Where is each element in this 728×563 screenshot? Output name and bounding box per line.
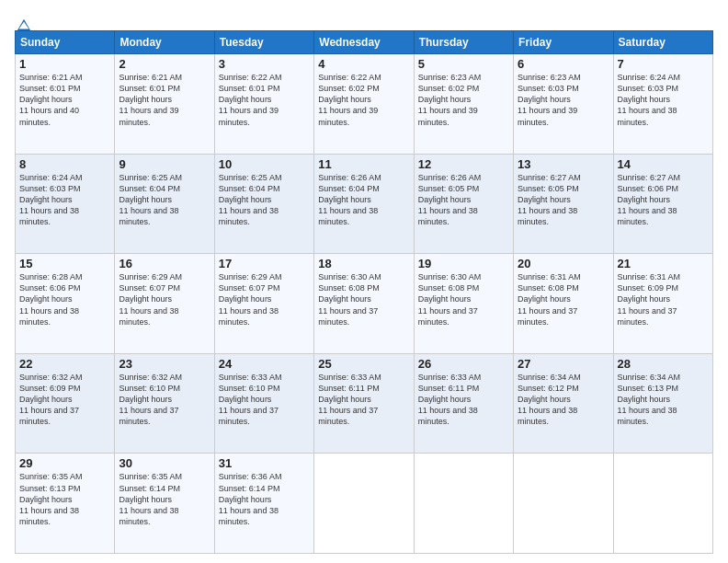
calendar-cell: 15Sunrise: 6:28 AMSunset: 6:06 PMDayligh… bbox=[16, 254, 115, 354]
calendar-cell: 28Sunrise: 6:34 AMSunset: 6:13 PMDayligh… bbox=[613, 353, 712, 454]
day-number: 24 bbox=[219, 357, 310, 371]
calendar-cell: 5Sunrise: 6:23 AMSunset: 6:02 PMDaylight… bbox=[414, 54, 513, 155]
calendar-cell: 23Sunrise: 6:32 AMSunset: 6:10 PMDayligh… bbox=[115, 353, 214, 454]
day-number: 12 bbox=[418, 157, 509, 171]
calendar-week-3: 15Sunrise: 6:28 AMSunset: 6:06 PMDayligh… bbox=[16, 254, 713, 354]
cell-info: Sunrise: 6:34 AMSunset: 6:13 PMDaylight … bbox=[618, 373, 681, 427]
cell-info: Sunrise: 6:28 AMSunset: 6:06 PMDaylight … bbox=[19, 272, 83, 327]
calendar-cell: 1Sunrise: 6:21 AMSunset: 6:01 PMDaylight… bbox=[16, 54, 115, 155]
cell-info: Sunrise: 6:33 AMSunset: 6:10 PMDaylight … bbox=[219, 373, 282, 427]
day-number: 27 bbox=[518, 357, 609, 371]
day-number: 30 bbox=[119, 456, 210, 470]
calendar-week-2: 8Sunrise: 6:24 AMSunset: 6:03 PMDaylight… bbox=[16, 154, 713, 254]
day-number: 19 bbox=[418, 257, 509, 270]
calendar-header-tuesday: Tuesday bbox=[214, 31, 313, 54]
cell-info: Sunrise: 6:32 AMSunset: 6:10 PMDaylight … bbox=[119, 373, 182, 427]
cell-info: Sunrise: 6:29 AMSunset: 6:07 PMDaylight … bbox=[219, 272, 282, 327]
day-number: 15 bbox=[19, 257, 110, 270]
calendar-cell: 29Sunrise: 6:35 AMSunset: 6:13 PMDayligh… bbox=[16, 454, 115, 554]
cell-info: Sunrise: 6:27 AMSunset: 6:05 PMDaylight … bbox=[518, 173, 581, 227]
calendar-cell: 11Sunrise: 6:26 AMSunset: 6:04 PMDayligh… bbox=[314, 154, 414, 254]
calendar-cell: 13Sunrise: 6:27 AMSunset: 6:05 PMDayligh… bbox=[514, 154, 613, 254]
day-number: 9 bbox=[119, 157, 210, 171]
calendar-cell bbox=[414, 454, 513, 554]
calendar-table: SundayMondayTuesdayWednesdayThursdayFrid… bbox=[15, 30, 713, 554]
calendar-cell: 19Sunrise: 6:30 AMSunset: 6:08 PMDayligh… bbox=[414, 254, 513, 354]
day-number: 4 bbox=[318, 57, 409, 71]
calendar-cell: 17Sunrise: 6:29 AMSunset: 6:07 PMDayligh… bbox=[214, 254, 313, 354]
cell-info: Sunrise: 6:29 AMSunset: 6:07 PMDaylight … bbox=[119, 272, 182, 327]
calendar-header-saturday: Saturday bbox=[613, 31, 712, 54]
calendar-week-5: 29Sunrise: 6:35 AMSunset: 6:13 PMDayligh… bbox=[16, 454, 713, 554]
day-number: 28 bbox=[618, 357, 709, 371]
cell-info: Sunrise: 6:26 AMSunset: 6:04 PMDaylight … bbox=[318, 173, 381, 227]
day-number: 10 bbox=[219, 157, 310, 171]
calendar-header-row: SundayMondayTuesdayWednesdayThursdayFrid… bbox=[16, 31, 713, 54]
title-block bbox=[32, 11, 713, 13]
calendar-cell: 9Sunrise: 6:25 AMSunset: 6:04 PMDaylight… bbox=[115, 154, 214, 254]
day-number: 26 bbox=[418, 357, 509, 371]
calendar-cell: 22Sunrise: 6:32 AMSunset: 6:09 PMDayligh… bbox=[16, 353, 115, 454]
day-number: 22 bbox=[19, 357, 110, 371]
calendar-cell: 6Sunrise: 6:23 AMSunset: 6:03 PMDaylight… bbox=[514, 54, 613, 155]
day-number: 7 bbox=[618, 57, 709, 71]
calendar-cell: 30Sunrise: 6:35 AMSunset: 6:14 PMDayligh… bbox=[115, 454, 214, 554]
cell-info: Sunrise: 6:36 AMSunset: 6:14 PMDaylight … bbox=[219, 472, 282, 526]
calendar-cell: 31Sunrise: 6:36 AMSunset: 6:14 PMDayligh… bbox=[214, 454, 313, 554]
day-number: 16 bbox=[119, 257, 210, 270]
cell-info: Sunrise: 6:33 AMSunset: 6:11 PMDaylight … bbox=[318, 373, 381, 427]
calendar-cell: 18Sunrise: 6:30 AMSunset: 6:08 PMDayligh… bbox=[314, 254, 414, 354]
day-number: 2 bbox=[119, 57, 210, 71]
cell-info: Sunrise: 6:32 AMSunset: 6:09 PMDaylight … bbox=[19, 373, 83, 427]
day-number: 20 bbox=[518, 257, 609, 270]
cell-info: Sunrise: 6:23 AMSunset: 6:03 PMDaylight … bbox=[518, 73, 581, 127]
cell-info: Sunrise: 6:30 AMSunset: 6:08 PMDaylight … bbox=[418, 272, 482, 327]
cell-info: Sunrise: 6:22 AMSunset: 6:01 PMDaylight … bbox=[219, 73, 282, 127]
cell-info: Sunrise: 6:21 AMSunset: 6:01 PMDaylight … bbox=[119, 73, 182, 127]
calendar-cell: 8Sunrise: 6:24 AMSunset: 6:03 PMDaylight… bbox=[16, 154, 115, 254]
calendar-week-4: 22Sunrise: 6:32 AMSunset: 6:09 PMDayligh… bbox=[16, 353, 713, 454]
cell-info: Sunrise: 6:25 AMSunset: 6:04 PMDaylight … bbox=[119, 173, 182, 227]
calendar-cell: 14Sunrise: 6:27 AMSunset: 6:06 PMDayligh… bbox=[613, 154, 712, 254]
calendar-cell: 3Sunrise: 6:22 AMSunset: 6:01 PMDaylight… bbox=[214, 54, 313, 155]
calendar-header-thursday: Thursday bbox=[414, 31, 513, 54]
day-number: 29 bbox=[19, 456, 110, 470]
calendar-header-wednesday: Wednesday bbox=[314, 31, 414, 54]
calendar-cell: 2Sunrise: 6:21 AMSunset: 6:01 PMDaylight… bbox=[115, 54, 214, 155]
calendar-cell: 26Sunrise: 6:33 AMSunset: 6:11 PMDayligh… bbox=[414, 353, 513, 454]
day-number: 31 bbox=[219, 456, 310, 470]
day-number: 25 bbox=[318, 357, 409, 371]
cell-info: Sunrise: 6:33 AMSunset: 6:11 PMDaylight … bbox=[418, 373, 482, 427]
cell-info: Sunrise: 6:27 AMSunset: 6:06 PMDaylight … bbox=[618, 173, 681, 227]
cell-info: Sunrise: 6:30 AMSunset: 6:08 PMDaylight … bbox=[318, 272, 381, 327]
cell-info: Sunrise: 6:24 AMSunset: 6:03 PMDaylight … bbox=[618, 73, 681, 127]
day-number: 21 bbox=[618, 257, 709, 270]
cell-info: Sunrise: 6:31 AMSunset: 6:09 PMDaylight … bbox=[618, 272, 681, 327]
cell-info: Sunrise: 6:23 AMSunset: 6:02 PMDaylight … bbox=[418, 73, 482, 127]
calendar-cell bbox=[613, 454, 712, 554]
calendar-cell: 7Sunrise: 6:24 AMSunset: 6:03 PMDaylight… bbox=[613, 54, 712, 155]
calendar-cell: 21Sunrise: 6:31 AMSunset: 6:09 PMDayligh… bbox=[613, 254, 712, 354]
calendar-cell bbox=[314, 454, 414, 554]
page: SundayMondayTuesdayWednesdayThursdayFrid… bbox=[0, 0, 728, 563]
calendar-cell: 25Sunrise: 6:33 AMSunset: 6:11 PMDayligh… bbox=[314, 353, 414, 454]
cell-info: Sunrise: 6:26 AMSunset: 6:05 PMDaylight … bbox=[418, 173, 482, 227]
day-number: 18 bbox=[318, 257, 409, 270]
cell-info: Sunrise: 6:35 AMSunset: 6:14 PMDaylight … bbox=[119, 472, 182, 526]
calendar-cell: 10Sunrise: 6:25 AMSunset: 6:04 PMDayligh… bbox=[214, 154, 313, 254]
cell-info: Sunrise: 6:22 AMSunset: 6:02 PMDaylight … bbox=[318, 73, 381, 127]
day-number: 13 bbox=[518, 157, 609, 171]
calendar-cell: 24Sunrise: 6:33 AMSunset: 6:10 PMDayligh… bbox=[214, 353, 313, 454]
day-number: 6 bbox=[518, 57, 609, 71]
calendar-header-sunday: Sunday bbox=[16, 31, 115, 54]
day-number: 14 bbox=[618, 157, 709, 171]
calendar-header-monday: Monday bbox=[115, 31, 214, 54]
cell-info: Sunrise: 6:21 AMSunset: 6:01 PMDaylight … bbox=[19, 73, 83, 127]
calendar-week-1: 1Sunrise: 6:21 AMSunset: 6:01 PMDaylight… bbox=[16, 54, 713, 155]
cell-info: Sunrise: 6:35 AMSunset: 6:13 PMDaylight … bbox=[19, 472, 83, 526]
calendar-cell: 12Sunrise: 6:26 AMSunset: 6:05 PMDayligh… bbox=[414, 154, 513, 254]
day-number: 8 bbox=[19, 157, 110, 171]
logo bbox=[15, 15, 32, 27]
cell-info: Sunrise: 6:34 AMSunset: 6:12 PMDaylight … bbox=[518, 373, 581, 427]
calendar-cell bbox=[514, 454, 613, 554]
